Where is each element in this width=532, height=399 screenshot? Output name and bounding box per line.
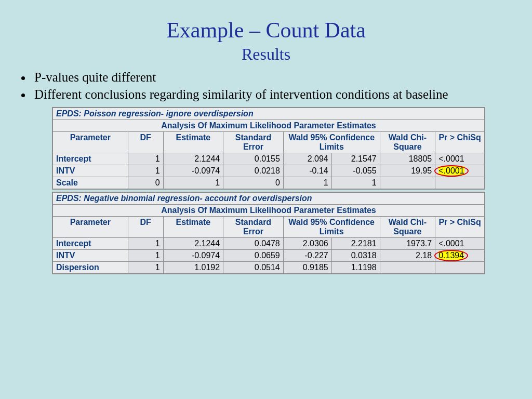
col-parameter: Parameter bbox=[52, 216, 128, 237]
cell-p bbox=[435, 261, 485, 274]
cell-cilo: 2.094 bbox=[283, 153, 331, 165]
bullet-item: P-values quite different bbox=[32, 69, 532, 85]
table-row: Dispersion 1 1.0192 0.0514 0.9185 1.1198 bbox=[52, 261, 485, 274]
col-estimate: Estimate bbox=[163, 216, 223, 237]
col-df: DF bbox=[128, 216, 163, 237]
col-prchisq: Pr > ChiSq bbox=[435, 216, 485, 237]
table-row: Intercept 1 2.1244 0.0478 2.0306 2.2181 … bbox=[52, 237, 485, 249]
cell-df: 1 bbox=[128, 165, 163, 177]
cell-df: 1 bbox=[128, 237, 163, 249]
cell-se: 0.0218 bbox=[223, 165, 284, 177]
cell-df: 1 bbox=[128, 261, 163, 274]
row-param: Dispersion bbox=[52, 261, 128, 274]
cell-cihi: 2.1547 bbox=[331, 153, 380, 165]
row-param: Intercept bbox=[52, 153, 128, 165]
cell-chisq bbox=[380, 261, 435, 274]
bullet-list: P-values quite different Different concl… bbox=[32, 69, 532, 103]
slide-subtitle: Results bbox=[0, 45, 532, 64]
row-param: INTV bbox=[52, 249, 128, 261]
slide-title: Example – Count Data bbox=[0, 18, 532, 43]
cell-se: 0.0478 bbox=[223, 237, 284, 249]
table-section-title: Analysis Of Maximum Likelihood Parameter… bbox=[52, 119, 485, 131]
cell-se: 0.0155 bbox=[223, 153, 284, 165]
cell-cihi: -0.055 bbox=[331, 165, 380, 177]
cell-cihi: 2.2181 bbox=[331, 237, 380, 249]
cell-p bbox=[435, 177, 485, 189]
cell-cilo: 2.0306 bbox=[283, 237, 331, 249]
col-chisq: Wald Chi-Square bbox=[380, 131, 435, 153]
poisson-table: EPDS: Poisson regression- ignore overdis… bbox=[52, 107, 485, 190]
col-ci: Wald 95% Confidence Limits bbox=[283, 216, 380, 237]
cell-est: -0.0974 bbox=[163, 249, 223, 261]
col-stderr: Standard Error bbox=[223, 131, 284, 153]
table-caption: EPDS: Poisson regression- ignore overdis… bbox=[52, 108, 485, 120]
cell-df: 0 bbox=[128, 177, 163, 189]
cell-se: 0.0659 bbox=[223, 249, 284, 261]
table-caption: EPDS: Negative binomial regression- acco… bbox=[52, 192, 485, 205]
cell-chisq: 2.18 bbox=[380, 249, 435, 261]
table-row: INTV 1 -0.0974 0.0659 -0.227 0.0318 2.18… bbox=[52, 249, 485, 261]
cell-p: <.0001 bbox=[435, 153, 485, 165]
table-row: Scale 0 1 0 1 1 bbox=[52, 177, 485, 189]
table-section-title: Analysis Of Maximum Likelihood Parameter… bbox=[52, 204, 485, 216]
table-header-row: Parameter DF Estimate Standard Error Wal… bbox=[52, 131, 485, 153]
cell-est: 1 bbox=[163, 177, 223, 189]
col-prchisq: Pr > ChiSq bbox=[435, 131, 485, 153]
cell-cilo: 0.9185 bbox=[283, 261, 331, 274]
row-param: Scale bbox=[52, 177, 128, 189]
cell-est: -0.0974 bbox=[163, 165, 223, 177]
bullet-item: Different conclusions regarding similari… bbox=[32, 86, 532, 102]
cell-cihi: 0.0318 bbox=[331, 249, 380, 261]
table-row: INTV 1 -0.0974 0.0218 -0.14 -0.055 19.95… bbox=[52, 165, 485, 177]
col-stderr: Standard Error bbox=[223, 216, 284, 237]
cell-p-highlight: 0.1394 bbox=[435, 249, 485, 261]
cell-df: 1 bbox=[128, 153, 163, 165]
cell-est: 2.1244 bbox=[163, 153, 223, 165]
cell-cilo: 1 bbox=[283, 177, 331, 189]
col-estimate: Estimate bbox=[163, 131, 223, 153]
cell-cihi: 1.1198 bbox=[331, 261, 380, 274]
negbin-table: EPDS: Negative binomial regression- acco… bbox=[52, 192, 485, 274]
table-row: Intercept 1 2.1244 0.0155 2.094 2.1547 1… bbox=[52, 153, 485, 165]
col-ci: Wald 95% Confidence Limits bbox=[283, 131, 380, 153]
cell-est: 2.1244 bbox=[163, 237, 223, 249]
cell-se: 0 bbox=[223, 177, 284, 189]
cell-chisq: 18805 bbox=[380, 153, 435, 165]
highlight-circle: <.0001 bbox=[438, 166, 464, 176]
col-df: DF bbox=[128, 131, 163, 153]
cell-chisq bbox=[380, 177, 435, 189]
cell-df: 1 bbox=[128, 249, 163, 261]
highlight-circle: 0.1394 bbox=[438, 251, 464, 260]
col-parameter: Parameter bbox=[52, 131, 128, 153]
table-header-row: Parameter DF Estimate Standard Error Wal… bbox=[52, 216, 485, 237]
cell-chisq: 1973.7 bbox=[380, 237, 435, 249]
cell-cilo: -0.14 bbox=[283, 165, 331, 177]
row-param: Intercept bbox=[52, 237, 128, 249]
cell-se: 0.0514 bbox=[223, 261, 284, 274]
cell-p: <.0001 bbox=[435, 237, 485, 249]
cell-cilo: -0.227 bbox=[283, 249, 331, 261]
tables-container: EPDS: Poisson regression- ignore overdis… bbox=[52, 107, 485, 274]
row-param: INTV bbox=[52, 165, 128, 177]
slide: Example – Count Data Results P-values qu… bbox=[0, 18, 532, 399]
cell-chisq: 19.95 bbox=[380, 165, 435, 177]
col-chisq: Wald Chi-Square bbox=[380, 216, 435, 237]
cell-est: 1.0192 bbox=[163, 261, 223, 274]
cell-p-highlight: <.0001 bbox=[435, 165, 485, 177]
cell-cihi: 1 bbox=[331, 177, 380, 189]
